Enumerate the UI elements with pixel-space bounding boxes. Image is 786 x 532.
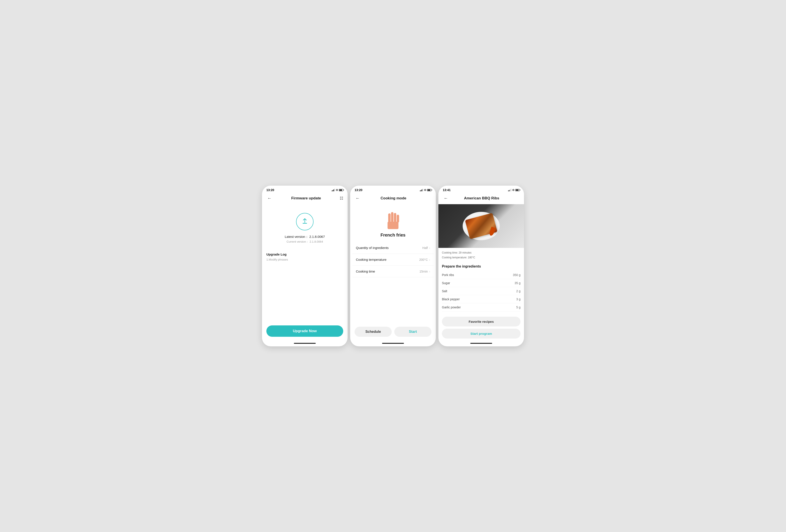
ingredient-row-4: Garlic powder 5 g xyxy=(442,303,521,311)
bbq-visual xyxy=(438,204,524,248)
back-button-1[interactable]: ← xyxy=(267,195,273,202)
page-title-2: Cooking mode xyxy=(380,196,406,201)
recipe-buttons: Favorite recipes Start program xyxy=(438,314,524,341)
upload-icon xyxy=(301,218,308,226)
status-icons-3: ⊙ xyxy=(508,188,519,191)
recipe-info: Cooking time: 29 minutes Cooking tempera… xyxy=(438,248,524,262)
ingredient-name-4: Garlic powder xyxy=(442,305,461,309)
food-name: French fries xyxy=(380,233,406,238)
ribs-visual xyxy=(465,213,498,239)
settings-list: Quantity of ingredients Half › Cooking t… xyxy=(350,242,436,277)
cooking-mode-screen: 13:20 ⊙ ← Cooking mode xyxy=(350,186,436,346)
svg-rect-4 xyxy=(394,213,396,223)
menu-icon-1[interactable]: ☷ xyxy=(340,196,343,201)
signal-icon-2 xyxy=(420,189,423,191)
chevron-icon-3: › xyxy=(429,270,430,273)
start-program-button[interactable]: Start program xyxy=(442,329,521,339)
nav-header-1: ← Firmware update ☷ xyxy=(262,193,348,204)
food-icon-area xyxy=(380,204,406,233)
ingredient-amount-2: 2 g xyxy=(516,290,521,293)
upgrade-log: Upgrade Log 1.Modify phrases xyxy=(267,252,343,261)
battery-icon-3 xyxy=(515,189,519,191)
status-icons-2: ⊙ xyxy=(420,188,432,191)
signal-icon-1 xyxy=(332,189,335,191)
screens-container: 13:20 ⊙ ← Firmware update ☷ xyxy=(262,186,524,346)
svg-rect-5 xyxy=(397,215,399,223)
recipe-image xyxy=(438,204,524,248)
latest-version: Latest version： 2.1.8.0067 xyxy=(285,235,325,239)
version-info: Latest version： 2.1.8.0067 Current versi… xyxy=(285,235,325,244)
ingredient-amount-4: 5 g xyxy=(516,305,521,309)
start-button[interactable]: Start xyxy=(394,327,432,337)
time-setting[interactable]: Cooking time 15min › xyxy=(352,265,434,277)
battery-icon-1 xyxy=(339,189,343,191)
wifi-icon-1: ⊙ xyxy=(336,188,338,191)
cooking-buttons: Schedule Start xyxy=(350,322,436,341)
svg-rect-3 xyxy=(391,212,393,223)
cooking-temp-info: Cooking temperature: 180°C xyxy=(442,255,521,260)
nav-header-3: ← American BBQ Ribs xyxy=(438,193,524,204)
upgrade-btn-container: Upgrade Now xyxy=(262,321,348,341)
ingredient-amount-0: 350 g xyxy=(513,273,521,277)
home-indicator-1 xyxy=(262,341,348,346)
wifi-icon-2: ⊙ xyxy=(424,188,426,191)
upgrade-log-title: Upgrade Log xyxy=(267,252,343,256)
temperature-setting[interactable]: Cooking temperature 200°C › xyxy=(352,254,434,265)
ingredient-row-3: Black pepper 3 g xyxy=(442,295,521,303)
status-bar-1: 13:20 ⊙ xyxy=(262,186,348,193)
ingredient-name-3: Black pepper xyxy=(442,297,460,301)
quantity-setting[interactable]: Quantity of ingredients Half › xyxy=(352,242,434,254)
temperature-value: 200°C › xyxy=(419,258,430,261)
temperature-label: Cooking temperature xyxy=(356,258,387,261)
chevron-icon-1: › xyxy=(429,246,430,250)
ingredients-title: Prepare the ingredients xyxy=(442,264,521,269)
nav-header-2: ← Cooking mode xyxy=(350,193,436,204)
bbq-recipe-screen: 13:41 ⊙ ← American BBQ Ribs xyxy=(438,186,524,346)
upgrade-log-item-1: 1.Modify phrases xyxy=(267,258,343,261)
ingredient-amount-3: 3 g xyxy=(516,297,521,301)
time-3: 13:41 xyxy=(443,188,450,192)
signal-icon-3 xyxy=(508,189,511,191)
ingredients-section: Prepare the ingredients Pork ribs 350 g … xyxy=(438,263,524,314)
ingredient-name-1: Sugar xyxy=(442,281,450,285)
page-title-3: American BBQ Ribs xyxy=(464,196,499,201)
status-bar-2: 13:20 ⊙ xyxy=(350,186,436,193)
wifi-icon-3: ⊙ xyxy=(512,188,514,191)
back-button-3[interactable]: ← xyxy=(443,195,449,202)
favorite-recipes-button[interactable]: Favorite recipes xyxy=(442,317,521,326)
cooking-time-info: Cooking time: 29 minutes xyxy=(442,251,521,255)
schedule-button[interactable]: Schedule xyxy=(354,327,392,337)
ingredient-row-0: Pork ribs 350 g xyxy=(442,271,521,279)
page-title-1: Firmware update xyxy=(291,196,321,201)
battery-icon-2 xyxy=(427,189,432,191)
home-indicator-2 xyxy=(350,341,436,346)
ingredient-name-0: Pork ribs xyxy=(442,273,454,277)
svg-rect-2 xyxy=(388,213,391,223)
recipe-content: Cooking time: 29 minutes Cooking tempera… xyxy=(438,204,524,341)
ingredient-row-1: Sugar 35 g xyxy=(442,279,521,287)
svg-rect-1 xyxy=(388,222,398,229)
firmware-update-screen: 13:20 ⊙ ← Firmware update ☷ xyxy=(262,186,348,346)
time-2: 13:20 xyxy=(354,188,363,192)
time-value: 15min › xyxy=(419,270,430,273)
french-fries-icon xyxy=(384,211,402,230)
ingredient-amount-1: 35 g xyxy=(515,281,521,285)
quantity-value: Half › xyxy=(422,246,430,250)
status-icons-1: ⊙ xyxy=(332,188,343,191)
firmware-content: Latest version： 2.1.8.0067 Current versi… xyxy=(262,204,348,321)
back-button-2[interactable]: ← xyxy=(354,195,361,202)
cooking-content: French fries Quantity of ingredients Hal… xyxy=(350,204,436,341)
ingredient-name-2: Salt xyxy=(442,290,447,293)
status-bar-3: 13:41 ⊙ xyxy=(438,186,524,193)
ingredient-row-2: Salt 2 g xyxy=(442,287,521,295)
upgrade-now-button[interactable]: Upgrade Now xyxy=(267,325,343,337)
svg-rect-0 xyxy=(303,223,307,224)
upload-circle xyxy=(296,213,314,230)
time-1: 13:20 xyxy=(267,188,274,192)
time-label: Cooking time xyxy=(356,270,375,273)
home-indicator-3 xyxy=(438,341,524,346)
chevron-icon-2: › xyxy=(429,258,430,261)
current-version: Current version： 2.1.8.0064 xyxy=(285,240,325,244)
quantity-label: Quantity of ingredients xyxy=(356,246,389,250)
